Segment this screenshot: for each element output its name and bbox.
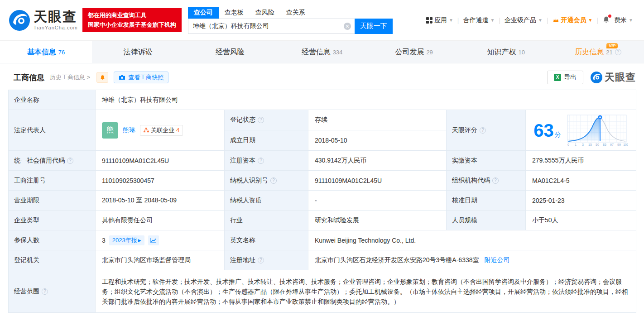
tab-basic-info-count: 76 xyxy=(58,49,65,56)
section-title: 工商信息 xyxy=(14,72,44,83)
tab-intellectual-property-count: 10 xyxy=(519,49,525,56)
notification-bell-icon[interactable] xyxy=(602,16,610,25)
value-approval-date: 2025-01-23 xyxy=(526,191,636,211)
help-icon[interactable]: ? xyxy=(258,117,264,123)
chevron-down-icon: ▼ xyxy=(490,18,495,23)
help-icon[interactable]: ? xyxy=(480,127,486,134)
clear-search-icon[interactable]: ✕ xyxy=(344,23,351,30)
chevron-down-icon: ▼ xyxy=(588,18,593,23)
label-taxpayer-quality: 纳税人资质 xyxy=(225,191,308,211)
tab-intellectual-property[interactable]: 知识产权 10 xyxy=(460,41,552,63)
tab-history-info-label: 历史信息 xyxy=(575,48,604,57)
top-header: 天眼查 TianYanCha.com 都在用的商业查询工具 国家中小企业发展子基… xyxy=(0,0,644,41)
search-area: 查公司 查老板 查风险 查关系 ✕ 天眼一下 xyxy=(188,7,393,34)
export-button[interactable]: X 导出 xyxy=(547,71,583,84)
label-industry: 行业 xyxy=(225,211,308,230)
nav-apps[interactable]: 应用▼ xyxy=(426,16,453,24)
top-nav: 应用▼ | 合作通道▼ | 企业级产品▼ | 开通会员▼ | 费米▼ xyxy=(426,16,633,25)
tianyancha-logo[interactable]: 天眼查 TianYanCha.com xyxy=(9,10,78,31)
nav-separator: | xyxy=(499,17,500,24)
search-tab-boss[interactable]: 查老板 xyxy=(219,7,250,19)
table-row: 统一社会信用代码? 91110109MA01C2L45U 注册资本? 430.9… xyxy=(9,151,636,171)
label-company-type: 企业类型 xyxy=(9,211,96,230)
help-icon[interactable]: ? xyxy=(67,158,73,164)
value-company-type: 其他有限责任公司 xyxy=(96,211,225,230)
label-staff-size: 人员规模 xyxy=(447,211,526,230)
nearby-companies-link[interactable]: 附近公司 xyxy=(484,256,509,263)
table-row: 营业期限 2018-05-10 至 2048-05-09 纳税人资质 - 核准日… xyxy=(9,191,636,211)
value-staff-size: 小于50人 xyxy=(526,211,636,230)
tianyancha-watermark-icon xyxy=(591,72,602,83)
search-input[interactable] xyxy=(188,19,355,34)
label-registration-number: 工商注册号 xyxy=(9,171,96,191)
subscribe-bell-button[interactable] xyxy=(96,72,108,83)
tab-operating-info-label: 经营信息 xyxy=(302,48,331,57)
tab-legal[interactable]: 法律诉讼 xyxy=(92,41,184,63)
tab-operating-info[interactable]: 经营信息 334 xyxy=(276,41,368,63)
value-insured-count: 3 2023年报▶ xyxy=(96,230,225,250)
help-icon[interactable]: ? xyxy=(258,158,264,164)
search-button[interactable]: 天眼一下 xyxy=(355,19,393,34)
view-business-snapshot-label: 查看工商快照 xyxy=(128,73,163,81)
table-row: 企业名称 坤维（北京）科技有限公司 xyxy=(9,90,636,110)
table-row: 登记机关 北京市门头沟区市场监督管理局 注册地址? 北京市门头沟区石龙经济开发区… xyxy=(9,250,636,270)
label-approval-date: 核准日期 xyxy=(447,191,526,211)
value-registered-capital: 430.9142万人民币 xyxy=(308,151,447,171)
legal-rep-avatar[interactable]: 熊 xyxy=(102,122,118,139)
view-business-snapshot-button[interactable]: 查看工商快照 xyxy=(114,72,168,83)
help-icon[interactable]: ? xyxy=(270,177,277,184)
svg-text:100: 100 xyxy=(623,143,628,146)
value-registered-address: 北京市门头沟区石龙经济开发区永安路20号3号楼A-6338室 附近公司 xyxy=(308,250,636,270)
table-row: 经营范围? 工程和技术研究；软件开发；技术开发、技术推广、技术转让、技术咨询、技… xyxy=(9,270,636,313)
related-companies-badge[interactable]: 关联企业 4 xyxy=(140,125,183,136)
search-tab-company[interactable]: 查公司 xyxy=(188,7,219,19)
help-icon[interactable]: ? xyxy=(492,177,499,184)
tab-history-info[interactable]: VIP 历史信息 21 ? xyxy=(552,41,644,63)
history-business-info-link[interactable]: 历史工商信息 > xyxy=(50,73,90,81)
promo-banner-line1: 都在用的商业查询工具 xyxy=(88,11,176,20)
svg-text:99: 99 xyxy=(617,143,621,146)
crown-icon xyxy=(553,17,559,23)
tab-history-info-count: 21 xyxy=(606,49,612,56)
notification-dot xyxy=(608,14,611,18)
business-info-table: 企业名称 坤维（北京）科技有限公司 法定代表人 熊 熊琳 关联企业 4 xyxy=(8,90,636,313)
svg-text:15: 15 xyxy=(588,143,592,146)
promo-banner: 都在用的商业查询工具 国家中小企业发展子基金旗下机构 xyxy=(82,8,182,32)
company-tabbar: 基本信息 76 法律诉讼 经营风险 经营信息 334 公司发展 29 知识产权 … xyxy=(0,41,644,63)
tab-basic-info[interactable]: 基本信息 76 xyxy=(0,41,92,63)
value-org-code: MA01C2L4-5 xyxy=(526,171,636,191)
chevron-down-icon: ▼ xyxy=(629,18,633,23)
label-registration-authority: 登记机关 xyxy=(9,250,96,270)
nav-partner[interactable]: 合作通道▼ xyxy=(463,16,495,24)
tab-company-development[interactable]: 公司发展 29 xyxy=(368,41,460,63)
label-english-name: 英文名称 xyxy=(225,230,308,250)
help-icon[interactable]: ? xyxy=(615,49,621,55)
related-companies-count: 4 xyxy=(176,127,179,134)
nav-open-vip[interactable]: 开通会员▼ xyxy=(553,16,593,24)
svg-text:0: 0 xyxy=(567,143,569,146)
tab-company-development-label: 公司发展 xyxy=(395,48,424,57)
search-tab-relation[interactable]: 查关系 xyxy=(280,7,311,19)
nav-partner-label: 合作通道 xyxy=(463,16,488,24)
excel-icon: X xyxy=(554,74,561,81)
tab-operating-risk[interactable]: 经营风险 xyxy=(184,41,276,63)
svg-text:3: 3 xyxy=(582,143,584,146)
trend-chart-icon[interactable] xyxy=(148,235,159,245)
search-tab-risk[interactable]: 查风险 xyxy=(250,7,280,19)
value-tyc-score[interactable]: 63分 xyxy=(526,110,636,151)
section-header: 工商信息 历史工商信息 > 查看工商快照 X 导出 天眼查 xyxy=(0,63,644,89)
annual-report-badge[interactable]: 2023年报▶ xyxy=(109,235,144,245)
legal-rep-name-link[interactable]: 熊琳 xyxy=(123,126,135,134)
value-taxpayer-quality: - xyxy=(308,191,447,211)
nav-enterprise[interactable]: 企业级产品▼ xyxy=(505,16,543,24)
label-business-scope: 经营范围? xyxy=(9,270,96,313)
tab-intellectual-property-label: 知识产权 xyxy=(487,48,516,57)
score-unit: 分 xyxy=(555,131,561,138)
tab-basic-info-label: 基本信息 xyxy=(27,48,56,57)
org-chart-icon xyxy=(144,128,149,133)
nav-separator: | xyxy=(547,17,548,24)
help-icon[interactable]: ? xyxy=(42,288,48,295)
nav-user[interactable]: 费米▼ xyxy=(614,16,633,24)
label-taxpayer-id: 纳税人识别号? xyxy=(225,171,308,191)
help-icon[interactable]: ? xyxy=(258,257,264,263)
